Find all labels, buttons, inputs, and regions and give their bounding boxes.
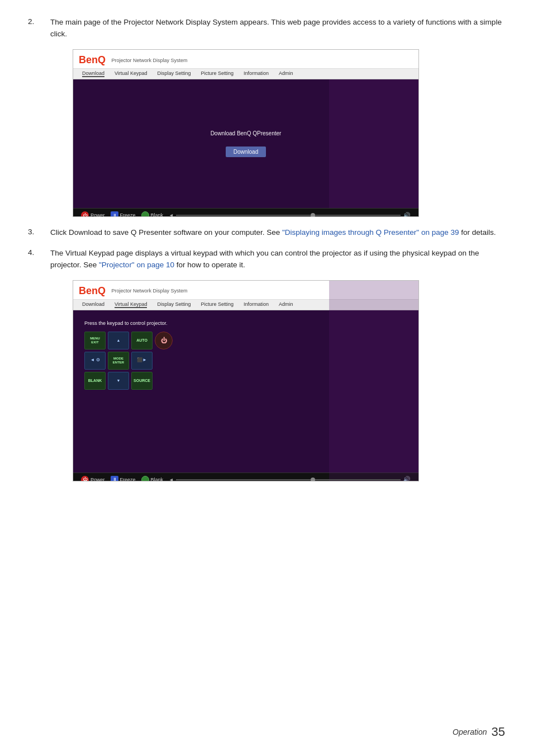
nav-picturesetting-1[interactable]: Picture Setting [201, 70, 234, 77]
keypad-container: Press the keypad to control projector. M… [84, 320, 176, 390]
nav-displaysetting-2[interactable]: Display Setting [157, 301, 191, 308]
list-text-3-before: Click Download to save Q Presenter softw… [50, 228, 282, 237]
slider-dot-1 [311, 213, 315, 217]
slider-track-1[interactable] [176, 215, 401, 216]
screenshot1-body: Download BenQ QPresenter Download [73, 79, 418, 208]
benq-tagline-2: Projector Network Display System [112, 288, 188, 294]
download-center: Download BenQ QPresenter Download [211, 130, 282, 157]
kp-right[interactable]: ⬛► [131, 352, 153, 370]
freeze-icon-1: ⏸ [111, 211, 118, 217]
blank-label-2: Blank [151, 477, 164, 481]
link-projector[interactable]: "Projector" on page 10 [99, 261, 174, 269]
benq-logo-2: BenQ Projector Network Display System [79, 284, 188, 297]
kp-power[interactable]: ⏻ [155, 332, 173, 349]
slider-track-2[interactable] [176, 479, 401, 480]
nav-information-2[interactable]: Information [244, 301, 269, 308]
page-container: 2. The main page of the Projector Networ… [0, 0, 533, 756]
screenshot1-outer: BenQ Projector Network Display System Do… [50, 49, 505, 217]
list-num-3: 3. [28, 227, 50, 236]
power-label-1: Power [91, 212, 105, 217]
screenshot1-box: BenQ Projector Network Display System Do… [73, 49, 419, 217]
kp-mode-enter[interactable]: MODEENTER [108, 352, 129, 370]
list-text-4: The Virtual Keypad page displays a virtu… [50, 248, 505, 271]
freeze-icon-2: ⏸ [111, 476, 118, 481]
blank-btn-2[interactable]: Blank [141, 476, 164, 481]
list-item-2: 2. The main page of the Projector Networ… [28, 17, 505, 40]
screenshot2-body: Press the keypad to control projector. M… [73, 310, 418, 472]
toolbar-2: ⏻ Power ⏸ Freeze Blank ◄ 🔊 [73, 472, 418, 481]
power-btn-2[interactable]: ⏻ Power [81, 476, 105, 481]
kp-empty2 [155, 372, 176, 390]
benq-logo-1: BenQ Projector Network Display System [79, 53, 188, 66]
kp-empty [155, 352, 176, 370]
kp-up[interactable]: ▲ [108, 332, 129, 349]
nav-information-1[interactable]: Information [244, 70, 269, 77]
benq-navbar-2: BenQ Projector Network Display System [73, 281, 418, 300]
list-text-4-after: for how to operate it. [174, 261, 245, 269]
list-text-3: Click Download to save Q Presenter softw… [50, 227, 505, 239]
benq-navbar-1: BenQ Projector Network Display System [73, 50, 418, 69]
download-title: Download BenQ QPresenter [211, 130, 282, 136]
purple-decor-1 [329, 79, 418, 208]
vol-icon-2: ◄ [169, 477, 174, 481]
footer-num: 35 [492, 725, 505, 739]
nav-picturesetting-2[interactable]: Picture Setting [201, 301, 234, 308]
freeze-btn-1[interactable]: ⏸ Freeze [111, 211, 136, 217]
power-icon-1: ⏻ [81, 211, 89, 217]
blank-icon-1 [141, 211, 149, 217]
kp-down[interactable]: ▼ [108, 372, 129, 390]
nav-admin-2[interactable]: Admin [279, 301, 293, 308]
volume-slider-2[interactable]: ◄ 🔊 [169, 476, 411, 481]
kp-source[interactable]: SOURCE [131, 372, 153, 390]
list-num-4: 4. [28, 248, 50, 257]
kp-left[interactable]: ◄ ⊙ [84, 352, 106, 370]
nav-admin-1[interactable]: Admin [279, 70, 293, 77]
kp-blank[interactable]: BLANK [84, 372, 106, 390]
freeze-label-1: Freeze [120, 212, 136, 217]
benq-tagline-1: Projector Network Display System [112, 58, 188, 63]
keypad-grid: MENUEXIT ▲ AUTO ⏻ ◄ ⊙ MODEENTER ⬛► BLANK… [84, 332, 176, 390]
screenshot2-box: BenQ Projector Network Display System Do… [73, 280, 419, 481]
list-item-4: 4. The Virtual Keypad page displays a vi… [28, 248, 505, 271]
toolbar-1: ⏻ Power ⏸ Freeze Blank ◄ 🔊 [73, 208, 418, 217]
keypad-label: Press the keypad to control projector. [84, 320, 176, 326]
kp-auto[interactable]: AUTO [131, 332, 153, 349]
page-footer: Operation 35 [453, 725, 505, 739]
list-num-2: 2. [28, 17, 50, 26]
nav-download-2[interactable]: Download [82, 301, 104, 308]
screenshot2-outer: BenQ Projector Network Display System Do… [50, 280, 505, 481]
list-item-3: 3. Click Download to save Q Presenter so… [28, 227, 505, 239]
blank-icon-2 [141, 476, 149, 481]
blank-label-1: Blank [151, 212, 164, 217]
vol-right-icon-2: 🔊 [403, 476, 411, 481]
power-btn-1[interactable]: ⏻ Power [81, 211, 105, 217]
freeze-label-2: Freeze [120, 477, 136, 481]
nav-download-1[interactable]: Download [82, 70, 104, 77]
power-label-2: Power [91, 477, 105, 481]
kp-menu-exit[interactable]: MENUEXIT [84, 332, 106, 349]
benq-navlinks-1: Download Virtual Keypad Display Setting … [73, 69, 418, 79]
volume-slider-1[interactable]: ◄ 🔊 [169, 212, 411, 217]
power-icon-2: ⏻ [81, 476, 89, 481]
purple-decor-2 [329, 281, 418, 481]
vol-right-icon-1: 🔊 [403, 212, 411, 217]
footer-label: Operation [453, 727, 487, 736]
freeze-btn-2[interactable]: ⏸ Freeze [111, 476, 136, 481]
link-displaying[interactable]: "Displaying images through Q Presenter" … [282, 228, 459, 237]
blank-btn-1[interactable]: Blank [141, 211, 164, 217]
vol-icon-1: ◄ [169, 212, 174, 217]
download-button[interactable]: Download [226, 147, 266, 157]
benq-navlinks-2: Download Virtual Keypad Display Setting … [73, 300, 418, 310]
list-text-3-after: for details. [459, 228, 496, 237]
nav-virtualkeypad-1[interactable]: Virtual Keypad [115, 70, 147, 77]
nav-virtualkeypad-2[interactable]: Virtual Keypad [115, 301, 147, 308]
nav-displaysetting-1[interactable]: Display Setting [157, 70, 191, 77]
slider-dot-2 [311, 478, 315, 481]
list-text-2: The main page of the Projector Network D… [50, 17, 505, 40]
